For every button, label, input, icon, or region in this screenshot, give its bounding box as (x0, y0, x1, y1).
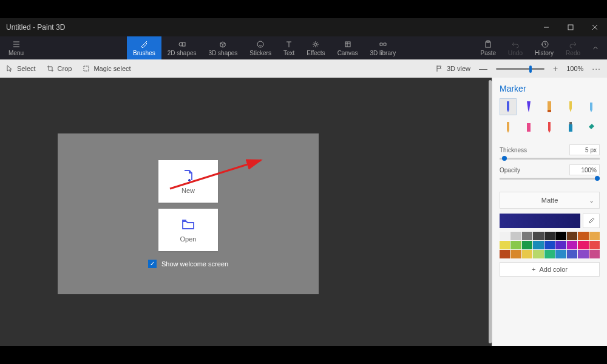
view-3d-toggle[interactable]: 3D view (436, 65, 470, 72)
library3d-icon (379, 40, 387, 49)
brushes-icon (140, 40, 148, 49)
welcome-dialog: New Open ✓ Show welcome screen (58, 133, 319, 294)
tab-3d-shapes[interactable]: 3D shapes (203, 36, 244, 59)
palette-swatch[interactable] (522, 250, 532, 258)
thickness-slider[interactable] (500, 158, 600, 160)
brush-oil[interactable] (541, 98, 558, 115)
palette-swatch[interactable] (589, 250, 600, 258)
tab-effects[interactable]: Effects (300, 36, 331, 59)
palette-swatch[interactable] (533, 250, 543, 258)
palette-swatch[interactable] (544, 250, 555, 258)
brush-pixel[interactable] (583, 98, 600, 115)
palette-swatch[interactable] (500, 241, 510, 249)
redo-icon (569, 40, 577, 49)
tab-text[interactable]: Text (277, 36, 300, 59)
material-dropdown[interactable]: Matte ⌄ (500, 192, 600, 209)
effects-icon (311, 40, 320, 49)
redo-button[interactable]: Redo (560, 36, 586, 59)
palette-swatch[interactable] (544, 232, 555, 240)
tab-stickers[interactable]: Stickers (243, 36, 277, 59)
current-color-swatch[interactable] (500, 214, 580, 228)
tab-3d-library[interactable]: 3D library (364, 36, 402, 59)
palette-swatch[interactable] (510, 250, 521, 258)
paste-icon (484, 40, 492, 49)
tab-canvas[interactable]: Canvas (331, 36, 364, 59)
new-file-icon (181, 169, 195, 183)
scrollbar[interactable] (489, 80, 492, 343)
svg-rect-14 (569, 124, 572, 132)
palette-swatch[interactable] (500, 232, 510, 240)
palette-swatch[interactable] (567, 241, 577, 249)
flag-icon (436, 65, 443, 72)
brush-marker[interactable] (500, 98, 517, 115)
window-title: Untitled - Paint 3D (6, 23, 65, 32)
undo-button[interactable]: Undo (502, 36, 529, 59)
palette-swatch[interactable] (578, 241, 588, 249)
palette-swatch[interactable] (533, 232, 543, 240)
brush-crayon[interactable] (541, 119, 558, 136)
svg-rect-15 (569, 122, 572, 124)
palette-swatch[interactable] (589, 232, 600, 240)
more-options-button[interactable]: ··· (592, 64, 601, 73)
palette-swatch[interactable] (555, 232, 566, 240)
opacity-input[interactable]: 100% (569, 164, 600, 175)
new-project-button[interactable]: New (158, 160, 218, 203)
maximize-button[interactable] (558, 18, 583, 36)
open-project-button[interactable]: Open (158, 209, 218, 251)
paste-button[interactable]: Paste (474, 36, 502, 59)
eyedropper-button[interactable] (583, 214, 600, 228)
palette-swatch[interactable] (578, 250, 588, 258)
add-color-button[interactable]: + Add color (500, 262, 600, 277)
tab-2d-shapes[interactable]: 2D shapes (161, 36, 203, 59)
palette-swatch[interactable] (510, 232, 521, 240)
palette-swatch[interactable] (578, 232, 588, 240)
palette-swatch[interactable] (555, 250, 566, 258)
select-tool[interactable]: Select (6, 65, 36, 72)
minimize-button[interactable] (534, 18, 558, 36)
palette-swatch[interactable] (522, 232, 532, 240)
chevron-down-icon: ⌄ (589, 197, 594, 204)
brush-calligraphy[interactable] (520, 98, 537, 115)
zoom-slider[interactable] (496, 68, 544, 70)
thickness-label: Thickness (500, 147, 527, 153)
secondary-toolbar: Select Crop Magic select 3D view — + 100… (0, 59, 607, 78)
magic-select-tool[interactable]: Magic select (83, 65, 131, 72)
ribbon: Menu Brushes 2D shapes 3D shapes Sticker… (0, 36, 607, 59)
canvas-area[interactable]: New Open ✓ Show welcome screen (0, 78, 492, 346)
thickness-input[interactable]: 5 px (569, 144, 600, 155)
palette-swatch[interactable] (533, 241, 543, 249)
crop-tool[interactable]: Crop (47, 65, 72, 72)
brush-pencil[interactable] (500, 119, 517, 136)
palette-swatch[interactable] (589, 241, 600, 249)
canvas-icon (344, 40, 352, 49)
color-palette (500, 232, 600, 258)
collapse-ribbon-button[interactable] (586, 36, 605, 59)
svg-rect-9 (84, 66, 89, 71)
brush-spray[interactable] (562, 119, 579, 136)
tab-brushes[interactable]: Brushes (127, 36, 161, 59)
history-button[interactable]: History (529, 36, 560, 59)
text-icon (285, 40, 293, 49)
show-welcome-checkbox[interactable]: ✓ Show welcome screen (148, 260, 228, 268)
close-button[interactable] (583, 18, 607, 36)
brush-eraser[interactable] (520, 119, 537, 136)
palette-swatch[interactable] (555, 241, 566, 249)
brush-watercolor[interactable] (562, 98, 579, 115)
palette-swatch[interactable] (510, 241, 521, 249)
palette-swatch[interactable] (567, 250, 577, 258)
brush-panel: Marker Thickness 5 px Opacity 100% (492, 78, 607, 346)
menu-button[interactable]: Menu (2, 36, 30, 59)
svg-rect-5 (345, 42, 350, 47)
shapes3d-icon (219, 40, 227, 49)
palette-swatch[interactable] (544, 241, 555, 249)
brush-fill[interactable] (583, 119, 600, 136)
opacity-slider[interactable] (500, 178, 600, 180)
svg-rect-12 (548, 110, 551, 112)
eyedropper-icon (588, 217, 595, 224)
zoom-in-button[interactable]: + (553, 64, 558, 73)
palette-swatch[interactable] (522, 241, 532, 249)
zoom-out-button[interactable]: — (479, 64, 487, 73)
panel-title: Marker (500, 84, 600, 93)
palette-swatch[interactable] (567, 232, 577, 240)
palette-swatch[interactable] (500, 250, 510, 258)
